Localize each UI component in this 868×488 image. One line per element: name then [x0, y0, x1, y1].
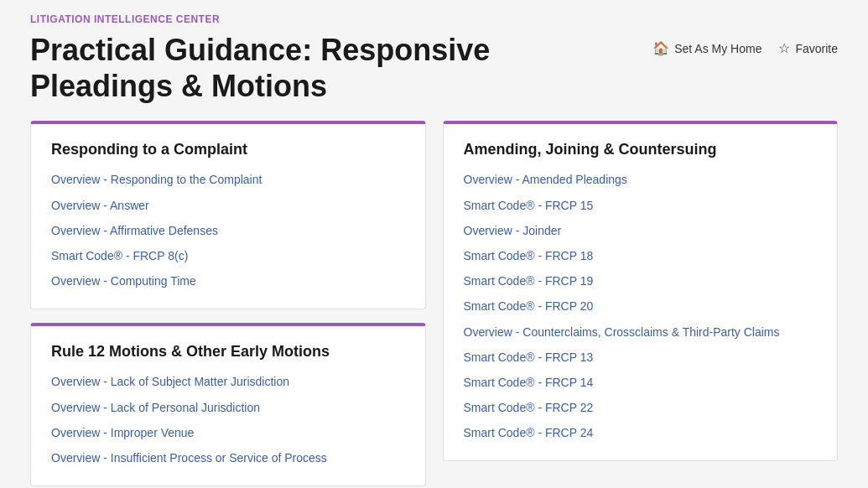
amending-joining-title: Amending, Joining & Countersuing — [464, 141, 818, 158]
link-frcp-22[interactable]: Smart Code® - FRCP 22 — [464, 400, 818, 415]
link-insufficient-process[interactable]: Overview - Insufficient Process or Servi… — [51, 450, 405, 465]
link-frcp-24[interactable]: Smart Code® - FRCP 24 — [464, 425, 818, 440]
link-improper-venue[interactable]: Overview - Improper Venue — [51, 425, 405, 440]
set-home-label: Set As My Home — [674, 42, 761, 55]
litigation-label: LITIGATION INTELLIGENCE CENTER — [30, 13, 838, 25]
link-affirmative-defenses[interactable]: Overview - Affirmative Defenses — [51, 223, 405, 238]
link-frcp-8c[interactable]: Smart Code® - FRCP 8(c) — [51, 248, 405, 263]
right-column: Amending, Joining & Countersuing Overvie… — [443, 121, 839, 486]
link-computing-time[interactable]: Overview - Computing Time — [51, 273, 405, 288]
link-subject-matter-jurisdiction[interactable]: Overview - Lack of Subject Matter Jurisd… — [51, 374, 405, 389]
set-home-button[interactable]: 🏠 Set As My Home — [652, 40, 761, 56]
link-frcp-15[interactable]: Smart Code® - FRCP 15 — [464, 198, 818, 213]
responding-complaint-card: Responding to a Complaint Overview - Res… — [30, 121, 426, 309]
page-title: Practical Guidance: Responsive Pleadings… — [30, 32, 533, 104]
link-frcp-13[interactable]: Smart Code® - FRCP 13 — [464, 350, 818, 365]
link-responding-complaint[interactable]: Overview - Responding to the Complaint — [51, 172, 405, 187]
favorite-button[interactable]: ☆ Favorite — [778, 40, 838, 56]
responding-complaint-title: Responding to a Complaint — [51, 141, 405, 158]
link-frcp-20[interactable]: Smart Code® - FRCP 20 — [464, 299, 818, 314]
link-frcp-14[interactable]: Smart Code® - FRCP 14 — [464, 375, 818, 390]
home-icon: 🏠 — [652, 40, 669, 56]
amending-joining-card: Amending, Joining & Countersuing Overvie… — [443, 121, 839, 461]
left-column: Responding to a Complaint Overview - Res… — [30, 121, 426, 486]
link-counterclaims[interactable]: Overview - Counterclaims, Crossclaims & … — [464, 324, 818, 340]
rule12-motions-title: Rule 12 Motions & Other Early Motions — [51, 343, 405, 361]
link-joinder[interactable]: Overview - Joinder — [464, 223, 818, 238]
favorite-label: Favorite — [795, 42, 838, 55]
link-frcp-18[interactable]: Smart Code® - FRCP 18 — [464, 248, 818, 263]
rule12-motions-card: Rule 12 Motions & Other Early Motions Ov… — [30, 323, 426, 486]
link-answer[interactable]: Overview - Answer — [51, 198, 405, 213]
star-icon: ☆ — [778, 40, 790, 56]
link-personal-jurisdiction[interactable]: Overview - Lack of Personal Jurisdiction — [51, 400, 405, 415]
link-amended-pleadings[interactable]: Overview - Amended Pleadings — [464, 172, 818, 187]
link-frcp-19[interactable]: Smart Code® - FRCP 19 — [464, 273, 818, 288]
